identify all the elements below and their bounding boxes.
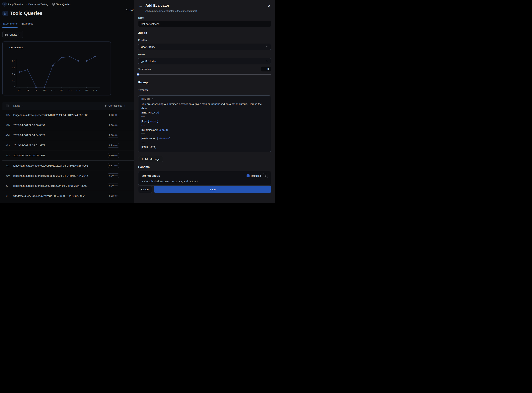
add-message-button[interactable]: + Add Message xyxy=(138,156,163,162)
model-select[interactable]: gpt-3.5-turbo xyxy=(138,58,271,64)
slider-thumb[interactable] xyxy=(137,73,139,76)
correctness-score: 0.80 xyxy=(109,124,114,127)
table-body: #16langchain-ai/toxic-queries:26ab1012 2… xyxy=(2,110,134,201)
svg-text:0.4: 0.4 xyxy=(12,73,15,75)
row-index: #8 xyxy=(6,195,8,197)
experiment-name[interactable]: 2024-04-08T22:35:06.849Z xyxy=(13,124,45,127)
correctness-badge: 0.00 xyxy=(108,184,119,188)
delete-field-button[interactable] xyxy=(263,173,268,178)
correctness-score: 0.00 xyxy=(109,184,114,187)
back-arrow-icon[interactable]: ← xyxy=(139,4,143,8)
correctness-badge: 0.93 xyxy=(108,143,119,148)
svg-text:0.8: 0.8 xyxy=(12,60,15,62)
close-icon[interactable]: ✕ xyxy=(268,4,271,8)
database-icon xyxy=(4,12,7,15)
correctness-bar xyxy=(114,145,118,146)
experiment-name[interactable]: wfh/toxic-query-labeler:a72b2e3c 2024-04… xyxy=(13,194,85,197)
temperature-slider[interactable] xyxy=(137,74,271,75)
select-all-checkbox[interactable] xyxy=(6,104,9,107)
experiment-name[interactable]: langchain-ai/toxic-queries:26ab1012 2024… xyxy=(13,164,88,167)
plus-icon: + xyxy=(142,157,143,161)
row-index: #10 xyxy=(6,174,10,177)
template-line: *** xyxy=(141,123,268,128)
breadcrumb-page[interactable]: Toxic Queries xyxy=(52,3,70,6)
breadcrumb-org[interactable]: LangChain Inc. xyxy=(8,3,24,6)
correctness-score: 0.90 xyxy=(109,154,114,157)
experiment-name[interactable]: langchain-ai/toxic-queries:c3d61ee6 2024… xyxy=(13,174,88,177)
table-row[interactable]: #122024-04-08T22:10:05.135Z0.90 xyxy=(2,150,134,161)
experiment-name[interactable]: 2024-04-08T22:34:54.532Z xyxy=(13,134,45,137)
column-header-correctness[interactable]: Correctness ⇅ xyxy=(104,104,125,107)
judge-heading: Judge xyxy=(138,31,147,35)
experiment-name[interactable]: langchain-ai/toxic-queries:26ab1012 2024… xyxy=(13,113,88,117)
add-evaluator-panel: ← Add Evaluator ✕ Add a new online evalu… xyxy=(134,0,275,203)
experiment-name[interactable]: langchain-ai/toxic-queries:22fa2c6b 2024… xyxy=(13,184,87,187)
svg-text:#8: #8 xyxy=(26,89,29,92)
correctness-bar xyxy=(114,124,118,126)
table-row[interactable]: #8wfh/toxic-query-labeler:a72b2e3c 2024-… xyxy=(2,191,134,201)
table-row[interactable]: #132024-04-08T22:34:51.377Z0.93 xyxy=(2,140,134,150)
correctness-bar xyxy=(114,175,118,176)
table-row[interactable]: #16langchain-ai/toxic-queries:26ab1012 2… xyxy=(2,110,134,120)
template-variable: {reference} xyxy=(157,137,170,140)
save-button[interactable]: Save xyxy=(154,186,271,193)
correctness-bar xyxy=(114,195,118,196)
breadcrumb-section[interactable]: Datasets & Testing xyxy=(28,3,48,6)
correctness-bar-fill xyxy=(114,195,116,196)
correctness-line-chart[interactable]: 00.20.40.60.8#7#8#9#10#11#12#13#14#15#16 xyxy=(3,42,111,96)
correctness-bar-fill xyxy=(114,155,117,156)
experiment-name[interactable]: 2024-04-08T22:34:51.377Z xyxy=(13,144,45,147)
template-variable: {output} xyxy=(158,128,168,131)
table-row[interactable]: #152024-04-08T22:35:06.849Z0.80 xyxy=(2,120,134,130)
required-checkbox[interactable]: ✓ xyxy=(247,174,249,177)
table-header: Name ⇅ Correctness ⇅ xyxy=(2,102,134,110)
cancel-button[interactable]: Cancel xyxy=(138,186,152,193)
template-text[interactable]: You are assessing a submitted answer on … xyxy=(141,102,268,149)
template-line: *** xyxy=(141,115,268,119)
page-header: Toxic Queries xyxy=(2,10,43,16)
correctness-badge: 0.90 xyxy=(108,153,119,158)
provider-select[interactable]: ChatOpenAI xyxy=(138,44,271,50)
template-editor[interactable]: HUMAN You are assessing a submitted answ… xyxy=(138,95,271,152)
link-icon xyxy=(104,104,107,107)
table-row[interactable]: #10langchain-ai/toxic-queries:c3d61ee6 2… xyxy=(2,171,134,181)
template-line: *** xyxy=(141,132,268,136)
svg-text:#15: #15 xyxy=(85,89,89,92)
svg-text:0.2: 0.2 xyxy=(12,79,15,82)
correctness-bar xyxy=(114,114,118,116)
correctness-bar-fill xyxy=(114,124,117,126)
panel-subtitle: Add a new online evaluator to the curren… xyxy=(145,10,197,12)
template-line: [Reference]: {reference} xyxy=(141,136,268,141)
table-row[interactable]: #11langchain-ai/toxic-queries:26ab1012 2… xyxy=(2,161,134,171)
table-row[interactable]: #9langchain-ai/toxic-queries:22fa2c6b 20… xyxy=(2,181,134,191)
org-avatar[interactable] xyxy=(2,2,7,6)
template-line: You are assessing a submitted answer on … xyxy=(141,102,268,111)
correctness-score: 0.67 xyxy=(109,164,114,167)
correctness-score: 0.93 xyxy=(109,114,114,116)
table-row[interactable]: #142024-04-08T22:34:54.532Z0.80 xyxy=(2,130,134,140)
column-header-name[interactable]: Name ⇅ xyxy=(13,104,24,107)
schema-heading: Schema xyxy=(138,165,150,169)
message-role-select[interactable]: HUMAN xyxy=(141,98,268,101)
experiments-table: Name ⇅ Correctness ⇅ #16langchain-ai/tox… xyxy=(2,102,134,203)
sort-icon[interactable]: ⇅ xyxy=(123,104,125,107)
row-index: #9 xyxy=(6,184,8,187)
sort-icon[interactable]: ⇅ xyxy=(22,104,24,107)
svg-text:0.6: 0.6 xyxy=(12,66,15,69)
chevron-right-icon: › xyxy=(50,3,50,5)
tabs-divider xyxy=(0,27,134,27)
temperature-label: Temperature xyxy=(138,68,152,70)
dataset-link-clipped[interactable]: Dat xyxy=(125,8,134,11)
experiment-name[interactable]: 2024-04-08T22:10:05.135Z xyxy=(13,154,45,157)
name-input[interactable] xyxy=(138,21,271,27)
correctness-badge: 0.67 xyxy=(108,163,119,168)
charts-button[interactable]: Charts xyxy=(2,31,23,38)
correctness-bar-fill xyxy=(114,145,117,146)
correctness-badge: 0.93 xyxy=(108,113,119,117)
correctness-badge: 0.80 xyxy=(108,133,119,138)
svg-text:#7: #7 xyxy=(18,89,20,92)
temperature-value[interactable]: 0 xyxy=(261,67,271,71)
template-label: Template xyxy=(138,89,149,91)
svg-text:0: 0 xyxy=(14,86,15,89)
trash-icon xyxy=(264,174,267,177)
